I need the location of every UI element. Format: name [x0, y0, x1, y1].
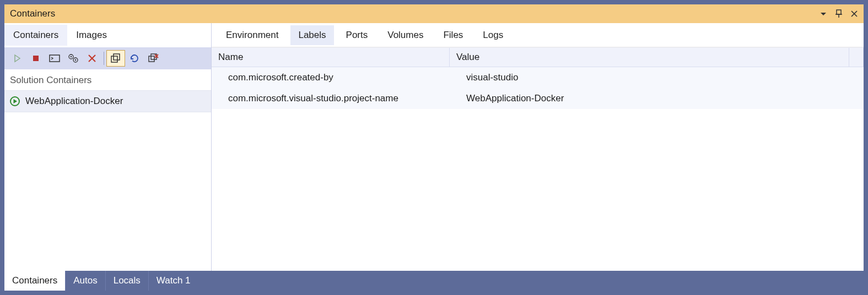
- show-solution-containers-button[interactable]: [106, 50, 125, 67]
- tab-files[interactable]: Files: [435, 25, 471, 45]
- pin-icon[interactable]: [835, 9, 843, 18]
- delete-button[interactable]: [83, 50, 101, 67]
- left-toolbar: [4, 47, 211, 69]
- refresh-button[interactable]: [125, 50, 144, 67]
- window-options-dropdown-icon[interactable]: [820, 10, 827, 18]
- titlebar: Containers: [4, 4, 864, 23]
- tab-images[interactable]: Images: [67, 25, 116, 46]
- column-header-name[interactable]: Name: [212, 48, 450, 67]
- svg-rect-15: [149, 56, 154, 62]
- window-title: Containers: [10, 8, 55, 19]
- bottom-tab-watch1[interactable]: Watch 1: [148, 271, 198, 291]
- tab-environment[interactable]: Environment: [218, 25, 286, 45]
- terminal-button[interactable]: [45, 50, 64, 67]
- svg-rect-13: [111, 56, 117, 62]
- settings-button[interactable]: [64, 50, 83, 67]
- bottom-tool-tabs: Containers Autos Locals Watch 1: [4, 271, 864, 291]
- container-name: WebApplication-Docker: [25, 96, 123, 107]
- label-name: com.microsoft.created-by: [212, 72, 450, 83]
- svg-rect-14: [114, 54, 120, 60]
- bottom-tab-containers[interactable]: Containers: [4, 271, 65, 291]
- label-name: com.microsoft.visual-studio.project-name: [212, 93, 450, 104]
- svg-point-8: [71, 56, 72, 58]
- svg-rect-0: [837, 10, 841, 14]
- svg-rect-6: [50, 55, 60, 62]
- left-tabs: Containers Images: [4, 23, 211, 47]
- left-panel: Containers Images: [4, 23, 212, 271]
- tab-containers[interactable]: Containers: [4, 25, 67, 46]
- section-solution-containers: Solution Containers: [4, 69, 211, 90]
- running-status-icon: [10, 96, 20, 106]
- stop-button[interactable]: [26, 50, 45, 67]
- prune-button[interactable]: [144, 50, 163, 67]
- svg-rect-5: [33, 56, 39, 61]
- table-row[interactable]: com.microsoft.visual-studio.project-name…: [212, 88, 864, 109]
- play-button[interactable]: [8, 50, 26, 67]
- label-value: visual-studio: [450, 72, 864, 83]
- tab-labels[interactable]: Labels: [290, 25, 333, 45]
- bottom-tab-autos[interactable]: Autos: [65, 271, 105, 291]
- label-value: WebApplication-Docker: [450, 93, 864, 104]
- close-icon[interactable]: [850, 10, 858, 18]
- table-row[interactable]: com.microsoft.created-by visual-studio: [212, 67, 864, 88]
- content: Containers Images: [4, 23, 864, 271]
- containers-tool-window: Containers Containers Images: [4, 4, 864, 291]
- right-panel: Environment Labels Ports Volumes Files L…: [212, 23, 864, 271]
- container-list-item[interactable]: WebApplication-Docker: [4, 90, 211, 112]
- labels-table-header: Name Value: [212, 47, 864, 67]
- toolbar-divider: [104, 52, 104, 65]
- tab-volumes[interactable]: Volumes: [380, 25, 431, 45]
- labels-table-body: com.microsoft.created-by visual-studio c…: [212, 67, 864, 271]
- detail-tabs: Environment Labels Ports Volumes Files L…: [212, 23, 864, 47]
- svg-point-10: [75, 59, 77, 61]
- column-spacer: [849, 48, 864, 67]
- bottom-tab-locals[interactable]: Locals: [105, 271, 148, 291]
- titlebar-controls: [820, 9, 858, 18]
- tab-ports[interactable]: Ports: [338, 25, 376, 45]
- column-header-value[interactable]: Value: [450, 48, 849, 67]
- tab-logs[interactable]: Logs: [475, 25, 511, 45]
